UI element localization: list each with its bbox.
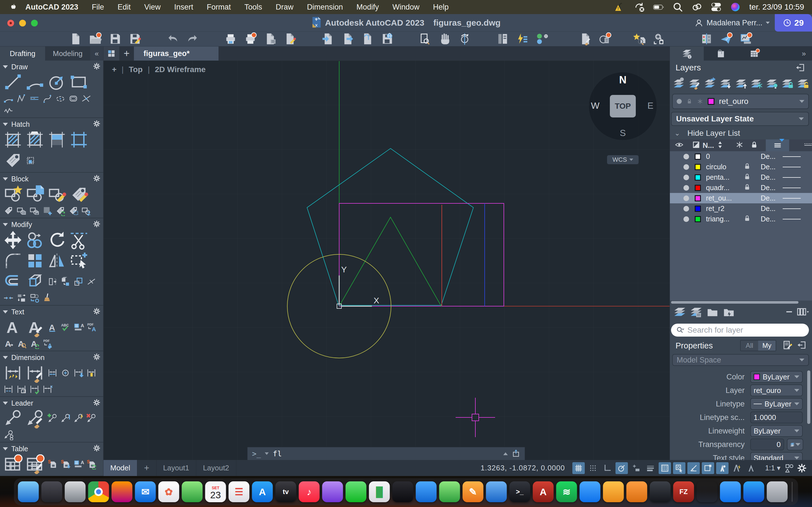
layer-lineweight-sample[interactable] (783, 156, 801, 157)
dock-icon-launchpad[interactable] (42, 482, 62, 502)
layer-status-icon[interactable] (683, 216, 689, 222)
smart-find[interactable] (631, 32, 647, 46)
tab-model[interactable]: Model (103, 460, 137, 476)
multileader-edit[interactable] (25, 409, 45, 429)
palette-menu-button[interactable] (29, 460, 41, 474)
gear-icon[interactable] (93, 220, 100, 229)
leader-collect[interactable] (3, 430, 14, 440)
text-update[interactable]: A (29, 338, 40, 349)
layer-lineweight-sample[interactable] (783, 209, 801, 209)
gear-icon[interactable] (93, 62, 100, 71)
layer-color-swatch[interactable] (695, 154, 701, 160)
status-annotation-autoscale[interactable] (730, 462, 743, 474)
status-lineweight-display[interactable] (644, 462, 657, 474)
compass-north[interactable]: N (617, 74, 628, 86)
customization-gear-icon[interactable] (796, 462, 808, 474)
layer-color-swatch[interactable] (695, 195, 701, 202)
export[interactable] (340, 32, 356, 46)
text-find[interactable]: A (16, 338, 27, 349)
layer-previous-icon[interactable] (704, 77, 717, 89)
dock-icon-app-store[interactable]: A (252, 482, 273, 502)
dock-icon-media[interactable] (697, 482, 718, 502)
gear-icon[interactable] (93, 120, 100, 128)
dimension[interactable] (3, 363, 23, 383)
ucs-selector[interactable]: WCS (607, 155, 639, 164)
tab-overview-icon[interactable] (103, 47, 119, 61)
layer-list-scrollbar[interactable] (671, 301, 799, 304)
leader-align[interactable] (60, 413, 71, 424)
dock-icon-facetime[interactable] (346, 482, 366, 502)
rotate[interactable] (47, 230, 67, 250)
dock-icon-terminal[interactable]: >_ (509, 482, 530, 502)
layer-unisolate-icon[interactable] (734, 77, 748, 89)
dock-icon-firefox[interactable] (112, 482, 133, 502)
layer-status-icon[interactable] (683, 195, 689, 201)
dock-icon-reminders[interactable]: ☰ (229, 482, 250, 502)
dim-baseline[interactable] (3, 384, 14, 395)
transparency-mode-combo[interactable] (787, 439, 803, 450)
spell-check[interactable]: ABC (60, 322, 71, 333)
current-layer-combo[interactable]: ret_ouro (672, 94, 809, 109)
property-layer-combo[interactable]: ret_ouro (750, 385, 803, 396)
block-replace[interactable] (81, 205, 92, 216)
layer-color-swatch[interactable] (695, 216, 701, 222)
batch-plot[interactable] (243, 32, 258, 46)
battery-icon[interactable] (653, 2, 664, 12)
attach-reference[interactable] (359, 32, 375, 46)
spotlight-icon[interactable] (672, 2, 683, 12)
command-history-icon[interactable] (503, 452, 508, 455)
control-center-icon[interactable] (711, 2, 721, 12)
arc[interactable] (25, 72, 45, 92)
menu-insert[interactable]: Insert (167, 3, 200, 11)
layer-lineweight-sample[interactable] (783, 167, 801, 167)
layer-lineweight-sample[interactable] (783, 187, 801, 188)
tab-modeling[interactable]: Modeling (45, 47, 90, 61)
leader-add[interactable] (47, 413, 58, 424)
performance-monitor[interactable] (738, 32, 754, 46)
menu-view[interactable]: View (138, 3, 167, 11)
lock-icon[interactable] (744, 215, 751, 223)
column-filter-icon[interactable] (693, 141, 700, 150)
layer-row-circulo[interactable]: circulo De... (670, 162, 812, 172)
block-save[interactable] (29, 205, 40, 216)
pan[interactable] (437, 32, 453, 46)
status-annotation-scale[interactable] (745, 462, 757, 474)
select-similar[interactable] (69, 251, 89, 271)
purge[interactable] (577, 32, 593, 46)
text-style[interactable]: A (47, 322, 58, 333)
dock-icon-calendar[interactable]: SET23 (205, 482, 226, 502)
dock-icon-zoom[interactable] (580, 482, 601, 502)
mirror[interactable] (47, 251, 67, 271)
status-ortho-mode[interactable] (601, 462, 613, 474)
import[interactable] (320, 32, 336, 46)
hatch-small[interactable] (25, 155, 36, 166)
multileader[interactable] (3, 409, 23, 429)
add-palette-button[interactable] (5, 460, 17, 474)
layer-states-icon[interactable] (673, 77, 686, 89)
hatch-edit[interactable] (25, 130, 45, 150)
dock-icon-pages[interactable]: ✎ (463, 482, 484, 502)
hatch-settings[interactable] (597, 32, 613, 46)
command-caret-icon[interactable] (265, 452, 269, 455)
section-collapse-icon[interactable] (3, 123, 8, 126)
dock-icon-docker[interactable] (720, 482, 741, 502)
quick-properties-icon[interactable] (782, 340, 792, 351)
join[interactable] (3, 293, 14, 303)
layer-status-icon[interactable] (683, 154, 689, 159)
dim-angular[interactable]: x (42, 384, 53, 395)
active-folder-icon[interactable] (722, 306, 735, 319)
gear-icon[interactable] (93, 353, 100, 362)
gear-icon[interactable] (93, 175, 100, 183)
gear-icon[interactable] (93, 399, 100, 407)
hatch-tag[interactable] (3, 151, 23, 170)
array[interactable] (25, 251, 45, 271)
layer-lineweight-sample[interactable] (783, 198, 801, 199)
table-cell-style[interactable]: A (73, 459, 84, 469)
layer-color-swatch[interactable] (695, 185, 701, 191)
filter-my[interactable]: My (758, 341, 776, 351)
compass-top-face[interactable]: TOP (610, 95, 636, 117)
lock-icon[interactable] (744, 163, 751, 171)
trial-timer-badge[interactable]: 29 (775, 14, 812, 32)
open-file[interactable] (87, 32, 103, 46)
status-transparency-toggle[interactable] (659, 462, 671, 474)
